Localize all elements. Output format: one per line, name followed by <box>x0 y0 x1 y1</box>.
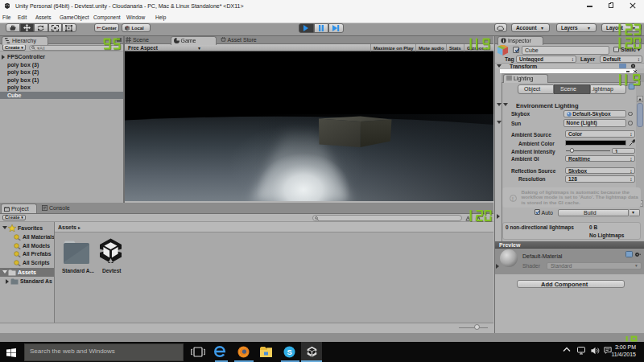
svg-text:S: S <box>287 348 291 356</box>
